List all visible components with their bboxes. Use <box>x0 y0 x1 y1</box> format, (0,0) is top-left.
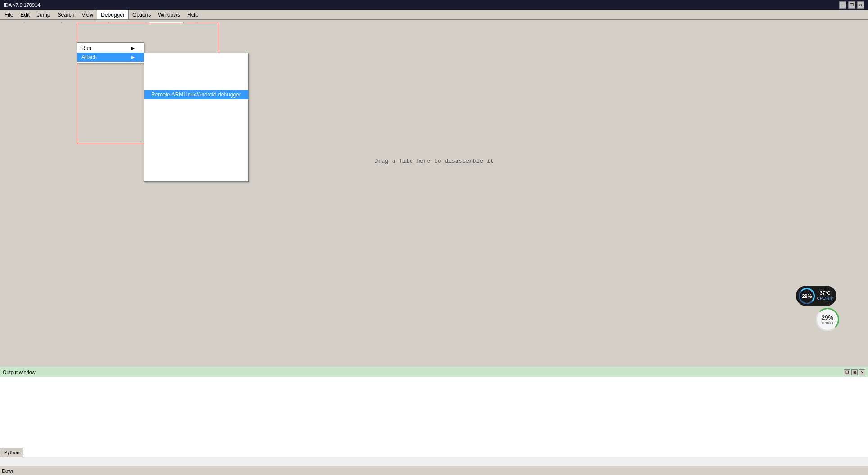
cpu-percent-light: 29% <box>822 314 833 321</box>
menu-debugger[interactable]: Debugger <box>97 10 129 19</box>
output-header: Output window ❐ ⊞ ✕ <box>0 368 868 377</box>
menu-edit[interactable]: Edit <box>17 10 33 19</box>
attach-remote-wince[interactable]: Remote WinCE debugger <box>144 135 248 144</box>
cpu-subtext: 0.3K/s <box>822 321 834 325</box>
cpu-percent-dark: 29% <box>802 293 812 299</box>
menu-view[interactable]: View <box>78 10 97 19</box>
menu-options[interactable]: Options <box>129 10 154 19</box>
python-tab[interactable]: Python <box>0 448 23 457</box>
title-bar: IDA v7.0.170914 — ❐ ✕ <box>0 0 868 10</box>
cpu-usage-circle-dark: 29% <box>799 288 815 304</box>
attach-local-windows[interactable]: Local Windows debugger <box>144 81 248 90</box>
status-bar: Down <box>0 466 868 475</box>
menu-jump[interactable]: Jump <box>33 10 54 19</box>
main-panel: Drag a file here to disassemble it Run ▶… <box>0 23 868 367</box>
attach-arrow: ▶ <box>131 55 135 59</box>
output-title: Output window <box>3 370 36 375</box>
app-title: IDA v7.0.170914 <box>4 2 40 8</box>
attach-remote-symbian[interactable]: Remote Symbian debugger <box>144 126 248 135</box>
status-text: Down <box>2 468 14 474</box>
menu-help[interactable]: Help <box>184 10 202 19</box>
minimize-button[interactable]: — <box>839 1 846 9</box>
attach-submenu-panel: Local Bochs debugger Local PIN debugger … <box>144 53 249 182</box>
attach-local-bochs[interactable]: Local Bochs debugger <box>144 54 248 63</box>
debugger-menu-attach[interactable]: Attach ▶ Local Bochs debugger Local PIN … <box>77 53 144 62</box>
perf-widget-light: 29% 0.3K/s <box>814 306 841 333</box>
window-controls: — ❐ ✕ <box>839 1 864 9</box>
close-button[interactable]: ✕ <box>857 1 864 9</box>
attach-local-pin[interactable]: Local PIN debugger <box>144 63 248 72</box>
output-controls: ❐ ⊞ ✕ <box>844 369 865 375</box>
output-content <box>0 377 868 457</box>
cpu-temp-value: 37°C <box>820 290 831 296</box>
run-arrow: ▶ <box>131 46 135 50</box>
attach-remote-ios[interactable]: Remote iOS debugger <box>144 162 248 171</box>
attach-remote-gdb[interactable]: Remote GDB debugger <box>144 99 248 108</box>
output-close-btn[interactable]: ✕ <box>859 369 865 375</box>
cpu-temp-label: CPU温度 <box>817 296 833 301</box>
output-window: Output window ❐ ⊞ ✕ Python <box>0 367 868 466</box>
menu-file[interactable]: File <box>1 10 17 19</box>
cpu-temp-display: 37°C CPU温度 <box>817 290 833 301</box>
attach-remote-armlinux[interactable]: Remote ARMLinux/Android debugger <box>144 90 248 99</box>
attach-remote-windows[interactable]: Remote Windows debugger <box>144 153 248 162</box>
attach-remote-wince-tcpip[interactable]: Remote WinCE debugger (TCP/IP) <box>144 144 248 153</box>
attach-remote-linux[interactable]: Remote Linux debugger <box>144 108 248 117</box>
attach-windbg[interactable]: Windbg debugger <box>144 171 248 180</box>
output-restore-btn[interactable]: ❐ <box>844 369 850 375</box>
perf-widget-dark: 29% 37°C CPU温度 <box>796 286 836 306</box>
debugger-menu-run[interactable]: Run ▶ <box>77 44 144 53</box>
cpu-usage-circle-light: 29% 0.3K/s <box>816 308 839 331</box>
output-float-btn[interactable]: ⊞ <box>851 369 858 375</box>
attach-local-replayer[interactable]: Local Replayer debugger <box>144 72 248 81</box>
menu-windows[interactable]: Windows <box>154 10 184 19</box>
drag-drop-text: Drag a file here to disassemble it <box>374 158 493 164</box>
restore-button[interactable]: ❐ <box>848 1 855 9</box>
attach-label: Attach <box>81 54 97 60</box>
attach-submenu: Local Bochs debugger Local PIN debugger … <box>144 53 249 182</box>
debugger-menu-panel: Run ▶ Attach ▶ Local Bochs debugger Loca… <box>77 42 144 63</box>
debugger-dropdown[interactable]: Run ▶ Attach ▶ Local Bochs debugger Loca… <box>77 42 144 63</box>
menu-bar: File Edit Jump Search View Debugger Opti… <box>0 10 868 20</box>
menu-search[interactable]: Search <box>54 10 78 19</box>
attach-remote-macosx[interactable]: Remote Mac OS X debugger <box>144 117 248 126</box>
run-label: Run <box>81 45 91 51</box>
